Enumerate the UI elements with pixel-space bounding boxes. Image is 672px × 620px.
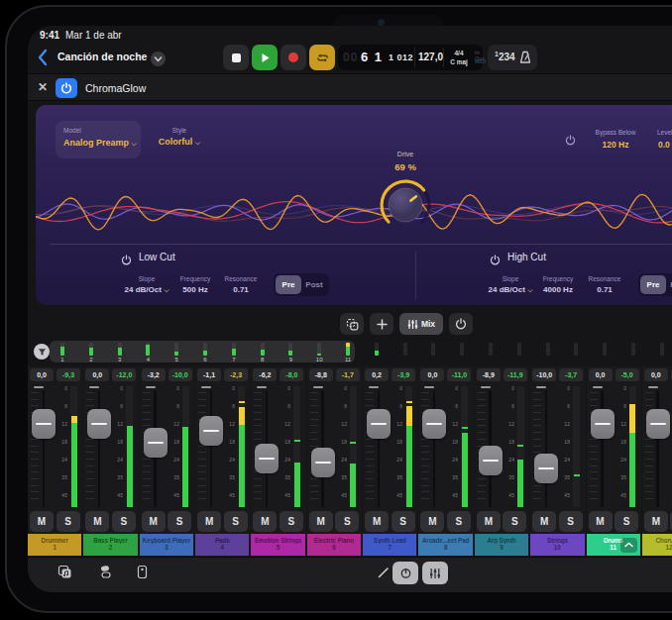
overview-channel-meter[interactable] bbox=[317, 343, 321, 356]
track-name-cell[interactable]: Drums 11 bbox=[587, 534, 640, 556]
copy-button[interactable] bbox=[340, 313, 364, 335]
pan-indicator[interactable] bbox=[89, 386, 99, 388]
fader-handle[interactable] bbox=[479, 446, 503, 475]
pan-indicator[interactable] bbox=[34, 386, 44, 388]
track-name-cell[interactable]: Chorus V 12 bbox=[642, 534, 672, 556]
track-name-cell[interactable]: Strings 10 bbox=[530, 534, 584, 556]
mute-button[interactable]: M bbox=[532, 511, 556, 532]
overview-channel-meter[interactable] bbox=[460, 343, 464, 356]
highcut-power-icon[interactable] bbox=[490, 252, 501, 269]
fader-track[interactable] bbox=[656, 390, 659, 507]
overview-channel-meter[interactable] bbox=[346, 343, 350, 356]
fader-handle[interactable] bbox=[199, 416, 223, 446]
solo-button[interactable]: S bbox=[168, 511, 191, 532]
highcut-frequency[interactable]: Frequency 4000 Hz bbox=[537, 275, 579, 294]
pan-indicator[interactable] bbox=[257, 386, 267, 388]
faders-view-button[interactable] bbox=[422, 562, 448, 584]
drive-knob[interactable] bbox=[378, 177, 433, 233]
solo-button[interactable]: S bbox=[335, 511, 359, 532]
solo-button[interactable]: S bbox=[280, 511, 303, 532]
mute-button[interactable]: M bbox=[644, 511, 668, 532]
bypass-power-icon[interactable] bbox=[565, 132, 576, 150]
volume-value[interactable]: 0,0 bbox=[420, 368, 444, 381]
overview-channel-meter[interactable] bbox=[660, 343, 664, 356]
volume-value[interactable]: -10,0 bbox=[532, 368, 556, 381]
solo-button[interactable]: S bbox=[56, 511, 80, 532]
filter-tracks-icon[interactable] bbox=[34, 344, 50, 360]
mute-button[interactable]: M bbox=[253, 511, 277, 532]
pan-indicator[interactable] bbox=[424, 386, 434, 388]
peak-value[interactable]: -11,9 bbox=[504, 368, 527, 381]
mute-button[interactable]: M bbox=[420, 511, 444, 532]
mix-button[interactable]: Mix bbox=[399, 313, 443, 335]
volume-value[interactable]: -6,2 bbox=[253, 368, 277, 381]
mute-button[interactable]: M bbox=[197, 511, 221, 532]
peak-value[interactable]: -11,0 bbox=[447, 368, 471, 381]
pan-indicator[interactable] bbox=[201, 386, 211, 388]
overview-channel-meter[interactable] bbox=[60, 343, 64, 356]
fader-handle[interactable] bbox=[144, 428, 168, 458]
fader-handle[interactable] bbox=[255, 444, 279, 473]
track-name-cell[interactable]: Electric Piano 6 bbox=[307, 534, 361, 556]
overview-channel-meter[interactable] bbox=[489, 343, 493, 356]
pre-button[interactable]: Pre bbox=[276, 275, 301, 294]
fader-track[interactable] bbox=[545, 390, 548, 507]
volume-value[interactable]: 0,2 bbox=[365, 368, 389, 381]
peak-value[interactable]: -3,9 bbox=[392, 368, 415, 381]
volume-value[interactable]: 0,0 bbox=[644, 368, 668, 381]
track-name-cell[interactable]: Synth Lead 7 bbox=[363, 534, 416, 556]
track-name-cell[interactable]: Keyboard Player 3 bbox=[140, 534, 193, 556]
overview-channel-meter[interactable] bbox=[517, 343, 521, 356]
pan-indicator[interactable] bbox=[313, 386, 323, 388]
solo-button[interactable]: S bbox=[112, 511, 136, 532]
fader-handle[interactable] bbox=[591, 409, 615, 439]
fader-track[interactable] bbox=[601, 390, 604, 507]
pre-button[interactable]: Pre bbox=[640, 275, 666, 294]
overview-channel-meter[interactable] bbox=[203, 343, 207, 356]
fader-handle[interactable] bbox=[87, 409, 111, 439]
fader-handle[interactable] bbox=[422, 409, 446, 439]
volume-value[interactable]: 0,0 bbox=[85, 368, 109, 381]
style-dropdown[interactable]: Style Colorful ⌵ bbox=[155, 127, 204, 147]
peak-value[interactable]: -2,3 bbox=[224, 368, 248, 381]
overview-channel-meter[interactable] bbox=[375, 343, 379, 356]
mute-button[interactable]: M bbox=[365, 511, 389, 532]
pan-indicator[interactable] bbox=[536, 386, 546, 388]
track-name-cell[interactable]: Arp Synth 9 bbox=[475, 534, 528, 556]
overview-channel-meter[interactable] bbox=[546, 343, 550, 356]
fader-handle[interactable] bbox=[311, 448, 335, 477]
pan-indicator[interactable] bbox=[146, 386, 156, 388]
peak-value[interactable]: -1,7 bbox=[336, 368, 360, 381]
bypass-below-value[interactable]: 120 Hz bbox=[581, 140, 650, 150]
pan-indicator[interactable] bbox=[593, 386, 603, 388]
add-plugin-button[interactable] bbox=[370, 313, 393, 335]
overview-channel-meter[interactable] bbox=[574, 343, 578, 356]
solo-button[interactable]: S bbox=[503, 511, 526, 532]
solo-button[interactable]: S bbox=[559, 511, 583, 532]
overview-channel-meter[interactable] bbox=[631, 343, 635, 356]
peak-value[interactable]: -12,0 bbox=[112, 368, 136, 381]
mute-button[interactable]: M bbox=[477, 511, 501, 532]
overview-channel-meter[interactable] bbox=[89, 343, 93, 356]
fader-track[interactable] bbox=[433, 390, 436, 507]
track-name-cell[interactable]: Pads 4 bbox=[195, 534, 249, 556]
mute-button[interactable]: M bbox=[85, 511, 109, 532]
track-name-cell[interactable]: Drummer 1 bbox=[28, 534, 81, 556]
track-collapse-chevron[interactable] bbox=[620, 538, 637, 553]
highcut-prepost-toggle[interactable]: Pre Post bbox=[638, 273, 672, 296]
solo-button[interactable]: S bbox=[615, 511, 638, 532]
fader-track[interactable] bbox=[43, 390, 46, 507]
solo-button[interactable]: S bbox=[447, 511, 471, 532]
volume-value[interactable]: 0,0 bbox=[30, 368, 54, 381]
peak-value[interactable]: -10,0 bbox=[168, 368, 192, 381]
highcut-slope[interactable]: Slope 24 dB/Oct ⌵ bbox=[487, 275, 534, 294]
model-dropdown[interactable]: Model Analog Preamp ⌵ bbox=[56, 121, 141, 158]
fader-handle[interactable] bbox=[646, 409, 670, 439]
volume-value[interactable]: -8,8 bbox=[309, 368, 333, 381]
fader-track[interactable] bbox=[210, 390, 213, 507]
overview-channel-meter[interactable] bbox=[146, 343, 150, 356]
fader-handle[interactable] bbox=[367, 409, 391, 439]
close-plugin-icon[interactable]: ✕ bbox=[38, 80, 48, 94]
mixer-power-button[interactable] bbox=[449, 313, 473, 335]
volume-value[interactable]: -3,2 bbox=[142, 368, 166, 381]
